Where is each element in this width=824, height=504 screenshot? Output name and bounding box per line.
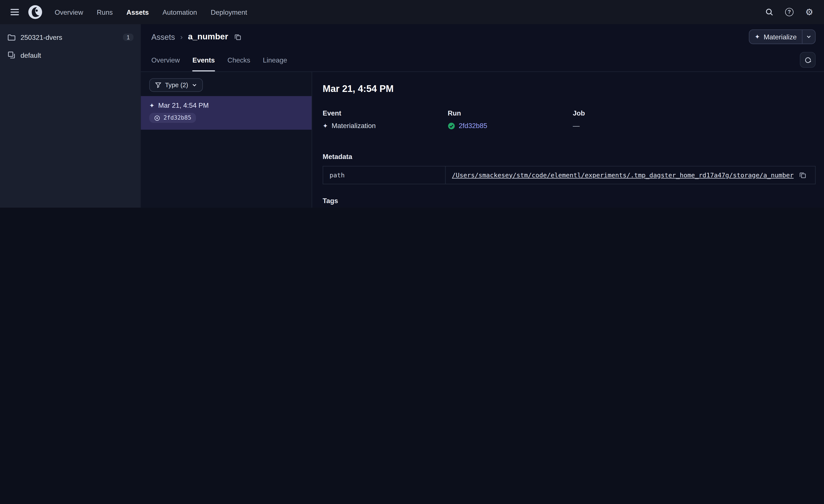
copy-path-button[interactable] — [799, 171, 807, 179]
run-id-text: 2fd32b85 — [164, 114, 191, 121]
event-summary-columns: Event ✦ Materialization Run — [323, 109, 816, 130]
folder-icon — [7, 33, 16, 41]
events-list-panel: Type (2) ✦ Mar 21, 4:54 PM — [141, 72, 312, 208]
job-value: — — [573, 122, 816, 130]
refresh-icon — [804, 56, 812, 64]
tab-overview[interactable]: Overview — [151, 56, 180, 72]
asset-header: Assets › a_number ✦ Materialize — [141, 24, 824, 49]
run-target-icon — [154, 115, 160, 121]
app-root: Overview Runs Assets Automation Deployme… — [0, 0, 824, 208]
nav-assets[interactable]: Assets — [126, 8, 149, 16]
sidebar-item-label: default — [21, 51, 41, 59]
nav-overview[interactable]: Overview — [55, 8, 83, 16]
hamburger-menu-icon — [11, 9, 19, 15]
dagster-logo[interactable] — [26, 3, 44, 21]
run-id-link[interactable]: 2fd32b85 — [459, 122, 487, 130]
refresh-button[interactable] — [800, 52, 816, 68]
run-column-header: Run — [448, 109, 573, 117]
copy-asset-name-button[interactable] — [233, 32, 242, 41]
nav-deployment[interactable]: Deployment — [211, 8, 247, 16]
asset-group-icon — [7, 51, 16, 59]
main-content: Assets › a_number ✦ Materialize — [141, 24, 824, 208]
nav-automation[interactable]: Automation — [163, 8, 197, 16]
event-list-item[interactable]: ✦ Mar 21, 4:54 PM 2fd32b85 — [141, 96, 312, 129]
materialization-icon: ✦ — [149, 102, 154, 108]
sidebar-group-count-badge: 1 — [123, 33, 133, 41]
metadata-heading: Metadata — [323, 153, 816, 160]
sidebar-item-group[interactable]: 250321-dvers 1 — [0, 28, 141, 46]
top-nav: Overview Runs Assets Automation Deployme… — [0, 0, 824, 24]
materialize-dropdown-button[interactable] — [802, 30, 815, 43]
metadata-path-link[interactable]: /Users/smackesey/stm/code/elementl/exper… — [452, 171, 794, 179]
help-button[interactable]: ? — [781, 4, 798, 20]
search-icon — [765, 8, 774, 16]
tab-events[interactable]: Events — [193, 56, 215, 72]
filter-funnel-icon — [155, 82, 161, 88]
settings-button[interactable]: ⚙ — [801, 4, 818, 20]
event-detail-panel: Mar 21, 4:54 PM Event ✦ Materialization … — [312, 72, 824, 208]
table-row: path /Users/smackesey/stm/code/elementl/… — [323, 166, 815, 184]
materialization-icon: ✦ — [323, 123, 328, 129]
chevron-down-icon — [192, 83, 197, 88]
metadata-table: path /Users/smackesey/stm/code/elementl/… — [323, 166, 816, 184]
materialize-label: Materialize — [763, 33, 797, 41]
event-type-value: Materialization — [332, 122, 376, 130]
breadcrumb-assets-link[interactable]: Assets — [151, 32, 175, 41]
event-timestamp: Mar 21, 4:54 PM — [158, 101, 209, 109]
breadcrumb-separator: › — [180, 32, 183, 41]
page-title: a_number — [188, 32, 228, 41]
tab-lineage[interactable]: Lineage — [263, 56, 287, 72]
tab-checks[interactable]: Checks — [227, 56, 250, 72]
hamburger-menu-button[interactable] — [6, 4, 23, 20]
copy-icon — [234, 33, 241, 40]
nav-runs[interactable]: Runs — [97, 8, 113, 16]
sidebar-item-default[interactable]: default — [0, 46, 141, 64]
event-column-header: Event — [323, 109, 448, 117]
run-id-pill[interactable]: 2fd32b85 — [149, 113, 196, 123]
type-filter-label: Type (2) — [165, 81, 188, 89]
chevron-down-icon — [806, 34, 811, 39]
tags-heading: Tags — [323, 197, 816, 205]
event-detail-title: Mar 21, 4:54 PM — [323, 84, 816, 95]
breadcrumb: Assets › a_number — [151, 32, 242, 41]
sidebar-group-label: 250321-dvers — [21, 33, 62, 41]
search-button[interactable] — [761, 4, 778, 20]
job-column-header: Job — [573, 109, 816, 117]
sidebar: 250321-dvers 1 default 250321-dvers — [0, 24, 141, 208]
asset-tabs: Overview Events Checks Lineage — [141, 49, 824, 72]
main-nav: Overview Runs Assets Automation Deployme… — [55, 8, 247, 16]
type-filter-button[interactable]: Type (2) — [149, 78, 203, 92]
success-check-icon — [448, 122, 455, 129]
gear-icon: ⚙ — [805, 8, 813, 16]
materialize-button[interactable]: ✦ Materialize — [749, 29, 816, 44]
help-icon: ? — [785, 8, 794, 16]
copy-icon — [799, 172, 806, 179]
materialize-icon: ✦ — [755, 33, 760, 40]
metadata-key: path — [323, 166, 445, 184]
